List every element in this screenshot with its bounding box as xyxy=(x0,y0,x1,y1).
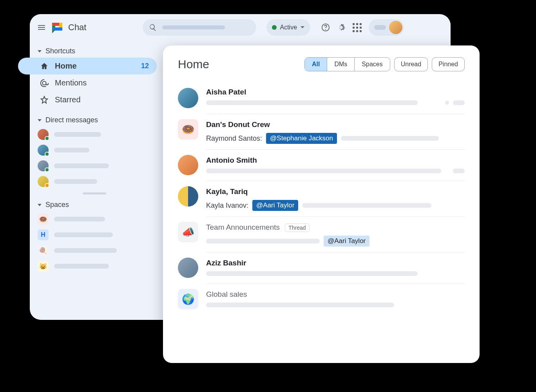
main-panel: Home All DMs Spaces Unread Pinned Aisha … xyxy=(163,45,480,363)
avatar xyxy=(38,160,49,171)
status-label: Active xyxy=(280,24,297,31)
section-direct-messages[interactable]: Direct messages xyxy=(32,114,157,127)
conversation-item[interactable]: Aziz Bashir xyxy=(178,252,465,283)
conversation-title: Dan's Donut Crew xyxy=(206,120,465,129)
sidebar-item-home[interactable]: Home 12 xyxy=(18,58,157,74)
caret-icon xyxy=(38,50,42,53)
dm-item[interactable] xyxy=(32,142,157,158)
sidebar-item-starred[interactable]: Starred xyxy=(32,91,157,108)
avatar xyxy=(38,129,49,140)
page-title: Home xyxy=(178,58,209,71)
avatar xyxy=(38,176,49,187)
avatar xyxy=(178,155,198,175)
mention-chip: @Aari Taylor xyxy=(252,200,298,211)
space-item[interactable]: 🍩 xyxy=(32,211,157,227)
filter-pinned[interactable]: Pinned xyxy=(432,57,465,71)
search-icon xyxy=(149,24,157,31)
conversation-item[interactable]: 🍩 Dan's Donut Crew Raymond Santos: @Step… xyxy=(178,114,465,149)
star-icon xyxy=(40,96,49,104)
at-icon xyxy=(40,79,49,87)
caret-icon xyxy=(38,119,42,122)
dm-item[interactable] xyxy=(32,174,157,189)
space-avatar: 🍩 xyxy=(178,119,198,140)
space-avatar: 😸 xyxy=(38,261,49,272)
avatar xyxy=(178,88,198,108)
caret-icon xyxy=(38,204,42,206)
search-input[interactable] xyxy=(143,19,256,36)
svg-rect-3 xyxy=(52,27,62,31)
chat-logo-icon xyxy=(52,21,64,34)
unread-badge: 12 xyxy=(141,62,149,70)
filter-bar: All DMs Spaces Unread Pinned xyxy=(304,57,465,71)
conversation-item[interactable]: Aisha Patel xyxy=(178,82,465,114)
conversation-item[interactable]: 📣 Team Announcements Thread @Aari Taylor xyxy=(178,216,465,252)
dm-item[interactable] xyxy=(32,127,157,142)
app-logo: Chat xyxy=(52,21,86,34)
filter-unread[interactable]: Unread xyxy=(394,57,428,71)
conversation-title: Aisha Patel xyxy=(206,88,465,96)
space-avatar: 🍩 xyxy=(38,214,49,225)
filter-dms[interactable]: DMs xyxy=(327,58,355,71)
avatar xyxy=(389,21,402,34)
mention-chip: @Aari Taylor xyxy=(324,236,369,247)
section-shortcuts[interactable]: Shortcuts xyxy=(32,45,157,58)
header-actions xyxy=(321,19,404,36)
home-icon xyxy=(40,62,49,71)
apps-grid-icon[interactable] xyxy=(353,23,362,32)
presence-dot-icon xyxy=(45,152,49,156)
presence-dot-icon xyxy=(272,25,277,30)
segmented-control: All DMs Spaces xyxy=(304,57,390,71)
message-sender: Kayla Ivanov: xyxy=(206,201,248,210)
conversation-title: Aziz Bashir xyxy=(206,259,465,267)
space-avatar: 🌍 xyxy=(178,289,198,309)
space-avatar: 📣 xyxy=(178,222,198,242)
avatar xyxy=(38,145,49,156)
sidebar-item-mentions[interactable]: Mentions xyxy=(32,74,157,91)
search-placeholder xyxy=(162,25,225,29)
conversation-title: Global sales xyxy=(206,290,465,299)
help-icon[interactable] xyxy=(321,23,330,32)
gear-icon[interactable] xyxy=(337,23,346,32)
chevron-down-icon xyxy=(300,25,305,30)
space-avatar: H xyxy=(38,229,49,240)
presence-dot-icon xyxy=(45,183,49,188)
sidebar: Shortcuts Home 12 Mentions Starred Direc… xyxy=(30,41,159,274)
conversation-title: Team Announcements Thread xyxy=(206,223,465,232)
avatar xyxy=(178,258,198,278)
group-avatar xyxy=(178,186,198,207)
space-avatar: 🍭 xyxy=(38,245,49,256)
conversation-item[interactable]: 🌍 Global sales xyxy=(178,283,465,315)
presence-dot-icon xyxy=(45,167,49,172)
resize-handle[interactable] xyxy=(83,192,106,194)
filter-all[interactable]: All xyxy=(305,58,327,71)
conversation-title: Kayla, Tariq xyxy=(206,187,465,196)
account-switcher[interactable] xyxy=(369,19,404,36)
top-bar: Chat Active xyxy=(30,14,451,41)
filter-spaces[interactable]: Spaces xyxy=(355,58,389,71)
space-item[interactable]: H xyxy=(32,227,157,243)
status-selector[interactable]: Active xyxy=(266,19,310,36)
app-name: Chat xyxy=(68,22,86,33)
menu-icon[interactable] xyxy=(37,23,46,32)
message-sender: Raymond Santos: xyxy=(206,134,262,143)
thread-chip: Thread xyxy=(285,223,309,232)
conversation-item[interactable]: Kayla, Tariq Kayla Ivanov: @Aari Taylor xyxy=(178,181,465,216)
conversation-title: Antonio Smith xyxy=(206,156,465,165)
space-item[interactable]: 🍭 xyxy=(32,243,157,258)
dm-item[interactable] xyxy=(32,158,157,174)
space-item[interactable]: 😸 xyxy=(32,258,157,274)
conversation-item[interactable]: Antonio Smith xyxy=(178,149,465,181)
mention-chip: @Stephanie Jackson xyxy=(266,133,337,144)
svg-marker-4 xyxy=(52,30,55,33)
section-spaces[interactable]: Spaces xyxy=(32,198,157,211)
presence-dot-icon xyxy=(45,136,49,141)
